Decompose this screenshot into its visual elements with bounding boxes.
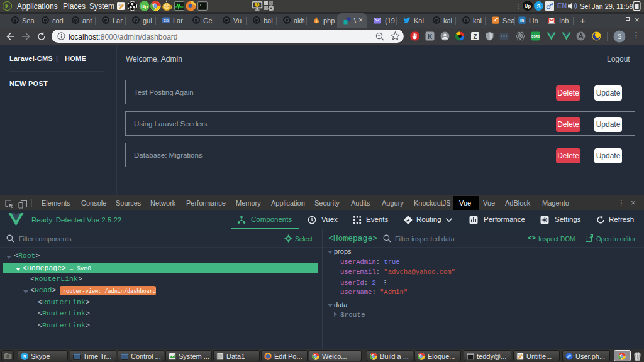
svg-text:in: in	[520, 18, 524, 23]
svg-text:!: !	[257, 3, 258, 7]
svg-text:K: K	[428, 33, 433, 40]
svg-text:Up: Up	[525, 3, 531, 9]
svg-text:Z: Z	[473, 33, 477, 40]
svg-text:CORS: CORS	[531, 35, 540, 38]
svg-text:S: S	[536, 3, 540, 9]
svg-text:S: S	[618, 33, 622, 40]
svg-text:GB: GB	[164, 19, 169, 23]
svg-text:S: S	[23, 354, 26, 359]
svg-text:Up: Up	[141, 4, 148, 9]
